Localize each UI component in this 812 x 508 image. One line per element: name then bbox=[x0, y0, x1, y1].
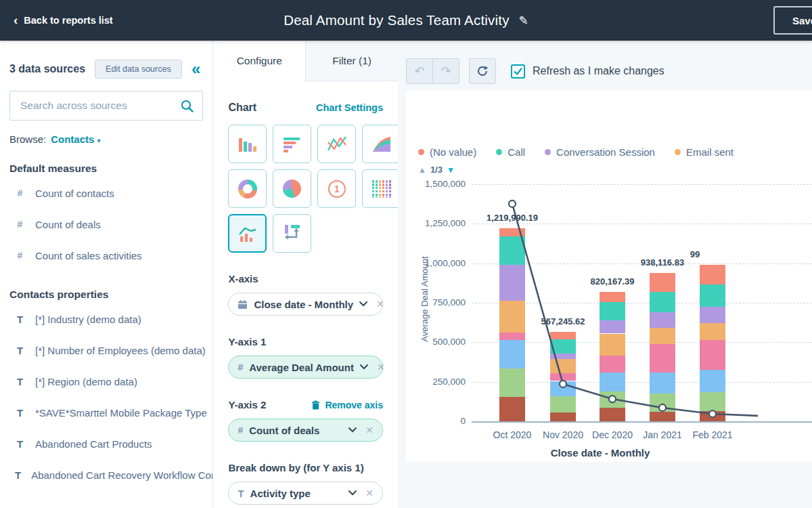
sidebar-item[interactable]: T*SAVE*Smarttel Mobile Package Type bbox=[0, 397, 212, 428]
sidebar-item[interactable]: T[*] Number of Employees (demo data) bbox=[0, 335, 212, 366]
bar-segment[interactable] bbox=[600, 408, 625, 421]
bar-segment[interactable] bbox=[499, 228, 525, 236]
legend-page-up-icon[interactable]: ▲ bbox=[418, 165, 426, 175]
bar-segment[interactable] bbox=[700, 323, 725, 340]
chevron-left-icon: ‹ bbox=[14, 14, 18, 26]
bar-segment[interactable] bbox=[550, 381, 576, 396]
chart-type-table-icon[interactable] bbox=[362, 169, 398, 208]
breakdown-value: Activity type bbox=[250, 488, 311, 499]
refresh-button[interactable] bbox=[469, 58, 496, 84]
bar-segment[interactable] bbox=[600, 373, 625, 391]
bar-segment[interactable] bbox=[650, 394, 675, 412]
sidebar-item[interactable]: T[*] Industry (demo data) bbox=[0, 303, 212, 335]
bar-segment[interactable] bbox=[700, 370, 725, 392]
bar-segment[interactable] bbox=[700, 307, 725, 324]
bar-segment[interactable] bbox=[550, 339, 576, 354]
chart-type-line-icon[interactable] bbox=[317, 125, 356, 163]
bar-segment[interactable] bbox=[499, 236, 525, 265]
chart-type-donut-icon[interactable] bbox=[228, 169, 267, 208]
browse-contacts-dropdown[interactable]: Contacts bbox=[51, 133, 94, 145]
legend-item[interactable]: Email sent bbox=[675, 146, 734, 158]
bar-segment[interactable] bbox=[499, 368, 525, 397]
bar-segment[interactable] bbox=[700, 411, 725, 421]
legend-item[interactable]: Conversation Session bbox=[545, 146, 655, 158]
collapse-sidebar-icon[interactable]: « bbox=[191, 61, 200, 77]
bar-segment[interactable] bbox=[600, 391, 625, 408]
bar-segment[interactable] bbox=[550, 359, 576, 373]
y-axis-1-pill[interactable]: # Average Deal Amount ✕ bbox=[228, 356, 383, 379]
bar-segment[interactable] bbox=[700, 284, 725, 307]
redo-button[interactable]: ↷ bbox=[432, 58, 459, 84]
chevron-down-icon[interactable] bbox=[348, 490, 357, 496]
chart-type-area-icon[interactable] bbox=[362, 125, 398, 163]
search-input[interactable] bbox=[19, 99, 181, 112]
bar-segment[interactable] bbox=[499, 265, 525, 301]
chevron-down-icon[interactable] bbox=[359, 301, 367, 307]
breakdown-pill[interactable]: T Activity type ✕ bbox=[228, 482, 383, 505]
bar-segment[interactable] bbox=[600, 320, 625, 334]
sidebar-item[interactable]: #Count of sales activities bbox=[0, 240, 212, 271]
bar-segment[interactable] bbox=[499, 340, 525, 368]
y-axis-2-pill[interactable]: # Count of deals ✕ bbox=[228, 419, 383, 442]
remove-breakdown-icon[interactable]: ✕ bbox=[365, 488, 374, 499]
remove-axis-link[interactable]: Remove axis bbox=[311, 400, 383, 410]
bar-segment[interactable] bbox=[550, 373, 576, 381]
legend-pager: ▲ 1/3 ▼ bbox=[418, 165, 455, 175]
sidebar-item[interactable]: T[*] Region (demo data) bbox=[0, 366, 212, 397]
chart-type-pie-icon[interactable] bbox=[273, 169, 311, 208]
remove-y-axis-1-icon[interactable]: ✕ bbox=[377, 362, 385, 373]
chart-type-pivot-icon[interactable] bbox=[273, 214, 311, 253]
bar-segment[interactable] bbox=[650, 373, 675, 394]
chart-type-combination-icon[interactable] bbox=[228, 214, 267, 253]
bar-segment[interactable] bbox=[550, 354, 576, 359]
bar-segment[interactable] bbox=[650, 273, 675, 292]
save-button[interactable]: Save bbox=[773, 6, 812, 35]
bar-segment[interactable] bbox=[700, 392, 725, 411]
bar-segment[interactable] bbox=[650, 328, 675, 343]
bar-segment[interactable] bbox=[600, 292, 625, 302]
bar-segment[interactable] bbox=[600, 356, 625, 373]
search-icon[interactable] bbox=[181, 100, 194, 112]
bar-segment[interactable] bbox=[650, 412, 675, 421]
undo-button[interactable]: ↶ bbox=[406, 58, 433, 84]
sidebar-item[interactable]: #Count of contacts bbox=[0, 177, 212, 209]
legend-dot bbox=[675, 149, 681, 155]
bar-segment[interactable] bbox=[650, 292, 675, 312]
bar-segment[interactable] bbox=[700, 340, 725, 370]
chart-type-bar-icon[interactable] bbox=[273, 125, 311, 163]
legend-item[interactable]: (No value) bbox=[418, 146, 476, 158]
bar-segment[interactable] bbox=[499, 333, 525, 340]
chart-type-column-icon[interactable] bbox=[228, 125, 267, 163]
remove-y-axis-2-icon[interactable]: ✕ bbox=[365, 425, 374, 436]
x-axis-pill[interactable]: Close date - Monthly ✕ bbox=[228, 293, 383, 316]
bar-segment[interactable] bbox=[600, 302, 625, 320]
bar-segment[interactable] bbox=[650, 344, 675, 373]
bar-segment[interactable] bbox=[600, 334, 625, 356]
chart-settings-link[interactable]: Chart Settings bbox=[316, 102, 383, 113]
bar-segment[interactable] bbox=[499, 397, 525, 421]
sidebar-item[interactable]: #Count of deals bbox=[0, 209, 212, 240]
gridline bbox=[472, 224, 812, 224]
checkbox-checked-icon[interactable] bbox=[511, 64, 525, 79]
legend-item[interactable]: Call bbox=[496, 146, 525, 158]
chevron-down-icon[interactable] bbox=[348, 427, 357, 433]
bar-segment[interactable] bbox=[550, 412, 576, 421]
sidebar-item[interactable]: TAbandoned Cart Products bbox=[0, 428, 212, 459]
tab-configure[interactable]: Configure bbox=[213, 41, 305, 81]
edit-data-sources-button[interactable]: Edit data sources bbox=[95, 60, 182, 79]
back-to-reports-link[interactable]: ‹ Back to reports list bbox=[14, 14, 113, 27]
bar-segment[interactable] bbox=[650, 312, 675, 328]
chevron-down-icon[interactable] bbox=[360, 364, 368, 370]
legend-page-down-icon[interactable]: ▼ bbox=[447, 165, 455, 175]
trash-icon bbox=[311, 400, 320, 410]
sidebar-item[interactable]: TAbandoned Cart Recovery Workflow Con... bbox=[0, 459, 212, 490]
chart-type-summary-icon[interactable]: 1 bbox=[317, 169, 356, 208]
bar-segment[interactable] bbox=[700, 265, 725, 284]
edit-title-pencil-icon[interactable]: ✎ bbox=[519, 14, 528, 28]
report-title-wrap: Deal Amount by Sales Team Activity ✎ bbox=[0, 12, 812, 28]
remove-x-axis-icon[interactable]: ✕ bbox=[376, 299, 384, 310]
tab-filter[interactable]: Filter (1) bbox=[305, 41, 398, 81]
refresh-as-changes-toggle[interactable]: Refresh as I make changes bbox=[511, 64, 664, 79]
bar-segment[interactable] bbox=[550, 332, 576, 339]
bar-segment[interactable] bbox=[550, 396, 576, 413]
